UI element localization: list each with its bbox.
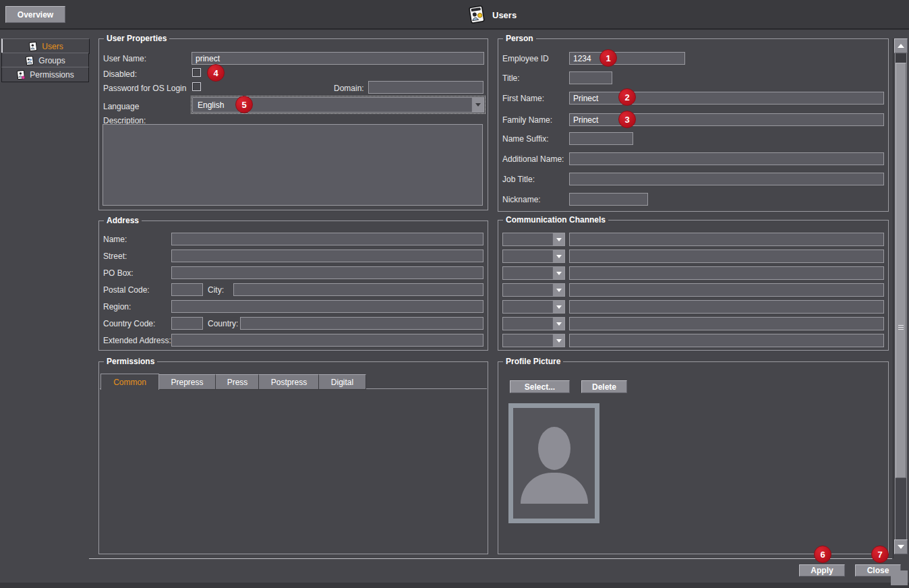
scrollbar-thumb[interactable] — [896, 63, 906, 478]
user-properties-group: User Properties User Name: Disabled: Pas… — [98, 38, 488, 210]
os-login-label: Password for OS Login — [103, 84, 186, 93]
channel-type-select[interactable] — [502, 300, 565, 314]
user-card-icon — [28, 42, 38, 51]
city-input[interactable] — [233, 283, 483, 296]
select-picture-button[interactable]: Select... — [510, 380, 570, 393]
vertical-scrollbar — [893, 38, 908, 558]
profile-picture-group: Profile Picture Select... Delete — [498, 361, 889, 554]
sidebar-item-permissions[interactable]: Permissions — [1, 67, 89, 82]
user-name-input[interactable] — [192, 52, 484, 65]
country-code-label: Country Code: — [103, 319, 155, 328]
delete-picture-button[interactable]: Delete — [581, 380, 627, 393]
group-title: Communication Channels — [503, 215, 608, 225]
chevron-down-icon — [552, 250, 564, 262]
topbar: Overview Users — [0, 0, 909, 30]
region-input[interactable] — [171, 300, 483, 313]
country-label: Country: — [208, 319, 238, 328]
annotation-badge-3: 3 — [618, 111, 636, 128]
chevron-down-icon — [471, 98, 483, 112]
first-name-input[interactable] — [569, 92, 884, 105]
chevron-down-icon — [552, 267, 564, 279]
annotation-badge-5: 5 — [235, 96, 253, 113]
domain-label: Domain: — [334, 84, 364, 93]
resize-corner — [891, 570, 908, 585]
tab-press[interactable]: Press — [215, 374, 260, 390]
country-code-input[interactable] — [171, 317, 203, 330]
addr-name-label: Name: — [103, 235, 127, 244]
job-title-input[interactable] — [569, 173, 884, 185]
annotation-badge-4: 4 — [207, 64, 225, 82]
first-name-label: First Name: — [502, 94, 544, 103]
disabled-checkbox[interactable] — [192, 68, 201, 77]
channel-value-input[interactable] — [569, 334, 884, 347]
po-box-input[interactable] — [171, 266, 483, 279]
street-label: Street: — [103, 252, 127, 261]
communication-channels-group: Communication Channels — [498, 220, 889, 351]
avatar-head — [538, 427, 570, 470]
chevron-down-icon — [552, 334, 564, 347]
language-value: English — [193, 100, 471, 110]
chevron-down-icon — [552, 301, 564, 313]
channel-value-input[interactable] — [569, 283, 884, 297]
family-name-input[interactable] — [569, 113, 884, 126]
person-group: Person Employee ID Title: First Name: Fa… — [498, 38, 889, 212]
nickname-input[interactable] — [569, 193, 648, 206]
extended-address-label: Extended Address: — [103, 336, 171, 345]
channel-type-select[interactable] — [502, 249, 565, 263]
channel-type-select[interactable] — [502, 283, 565, 297]
os-login-checkbox[interactable] — [192, 82, 201, 91]
tab-common[interactable]: Common — [100, 374, 159, 390]
title-label: Title: — [502, 74, 520, 83]
channel-value-input[interactable] — [569, 249, 884, 263]
permission-card-icon — [16, 70, 26, 80]
additional-name-input[interactable] — [569, 152, 884, 165]
employee-id-input[interactable] — [569, 52, 685, 65]
sidebar-item-users[interactable]: Users — [1, 38, 90, 54]
permissions-tabbar: Common Prepress Press Postpress Digital — [100, 374, 487, 389]
name-suffix-label: Name Suffix: — [502, 134, 548, 144]
postal-code-label: Postal Code: — [103, 285, 150, 295]
tab-digital[interactable]: Digital — [318, 374, 366, 390]
sidebar-item-groups[interactable]: Groups — [1, 53, 89, 68]
channel-type-select[interactable] — [502, 317, 565, 330]
channel-type-select[interactable] — [502, 233, 565, 246]
profile-picture-placeholder — [508, 403, 599, 523]
description-textarea[interactable] — [102, 124, 483, 206]
postal-code-input[interactable] — [171, 283, 203, 296]
sidebar-item-label: Users — [42, 42, 63, 51]
channel-type-select[interactable] — [502, 266, 565, 280]
name-suffix-input[interactable] — [569, 132, 633, 145]
group-card-icon — [25, 56, 34, 65]
additional-name-label: Additional Name: — [502, 154, 564, 164]
channel-value-input[interactable] — [569, 233, 884, 246]
group-title: Permissions — [104, 357, 157, 366]
group-title: Address — [104, 216, 142, 225]
channel-type-select[interactable] — [502, 334, 565, 347]
addr-name-input[interactable] — [171, 233, 483, 245]
footer-divider — [89, 558, 892, 559]
users-page-icon — [468, 5, 486, 24]
chevron-down-icon — [552, 318, 564, 330]
title-input[interactable] — [569, 71, 612, 84]
country-input[interactable] — [240, 317, 483, 330]
permissions-group: Permissions Common Prepress Press Postpr… — [98, 361, 488, 554]
overview-button[interactable]: Overview — [5, 6, 65, 23]
scroll-down-button[interactable] — [894, 539, 908, 554]
apply-button[interactable]: Apply — [799, 564, 845, 577]
scrollbar-grip-icon — [898, 325, 904, 331]
tab-postpress[interactable]: Postpress — [258, 374, 320, 390]
tab-prepress[interactable]: Prepress — [158, 374, 216, 390]
extended-address-input[interactable] — [171, 334, 483, 347]
app-window: Overview Users Users — [0, 0, 909, 588]
scroll-up-button[interactable] — [894, 38, 908, 53]
bottom-strip — [0, 583, 909, 588]
domain-input[interactable] — [368, 81, 483, 94]
channel-value-input[interactable] — [569, 266, 884, 280]
channel-value-input[interactable] — [569, 317, 884, 330]
family-name-label: Family Name: — [502, 115, 552, 125]
channel-value-input[interactable] — [569, 300, 884, 314]
street-input[interactable] — [171, 249, 483, 262]
disabled-label: Disabled: — [103, 69, 137, 79]
language-label: Language — [103, 102, 139, 111]
group-title: User Properties — [104, 34, 169, 43]
